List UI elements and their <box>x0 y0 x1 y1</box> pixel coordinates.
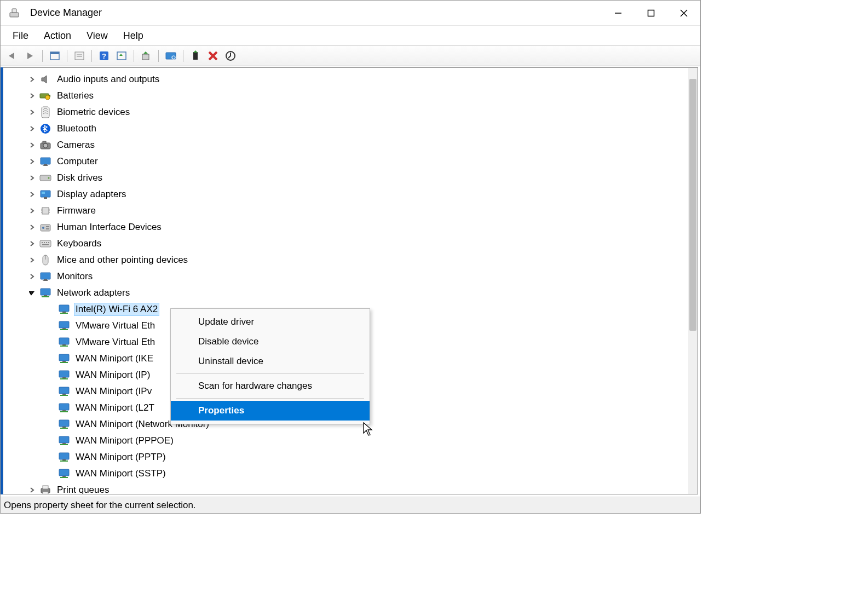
tree-item-label: Biometric devices <box>56 106 131 118</box>
tree-category[interactable]: Disk drives <box>3 170 698 186</box>
enable-button[interactable] <box>188 48 203 64</box>
show-hidden-button[interactable] <box>47 48 62 64</box>
display-icon <box>39 188 51 200</box>
tree-category[interactable]: Human Interface Devices <box>3 219 698 235</box>
chevron-right-icon[interactable] <box>27 75 36 84</box>
svg-rect-75 <box>62 377 66 378</box>
svg-rect-49 <box>42 242 43 243</box>
tree-category[interactable]: Computer <box>3 153 698 170</box>
context-menu-item[interactable]: Update driver <box>171 312 370 332</box>
scrollbar-vertical[interactable] <box>688 68 698 494</box>
tree-category[interactable]: Monitors <box>3 268 698 285</box>
properties-button[interactable] <box>114 48 129 64</box>
toolbar: ? <box>1 45 700 66</box>
context-menu-item[interactable]: Properties <box>171 401 370 421</box>
chevron-right-icon[interactable] <box>27 223 36 232</box>
tree-category[interactable]: Display adapters <box>3 186 698 203</box>
chevron-right-icon[interactable] <box>27 272 36 281</box>
tree-category[interactable]: Network adapters <box>3 285 698 301</box>
menu-view[interactable]: View <box>79 27 116 45</box>
tree-device[interactable]: WAN Miniport (PPTP) <box>3 449 698 465</box>
tree-category[interactable]: Print queues <box>3 482 698 494</box>
svg-rect-28 <box>43 141 46 143</box>
tree-category[interactable]: Keyboards <box>3 235 698 252</box>
minimize-button[interactable] <box>602 1 635 26</box>
back-button[interactable] <box>5 48 20 64</box>
window-buttons <box>602 1 700 26</box>
battery-icon <box>39 90 51 102</box>
chevron-right-icon[interactable] <box>27 157 36 166</box>
context-menu-item[interactable]: Scan for hardware changes <box>171 376 370 396</box>
tree-item-label: Mice and other pointing devices <box>56 254 189 266</box>
device-tree[interactable]: Audio inputs and outputsBatteriesBiometr… <box>3 68 698 494</box>
close-button[interactable] <box>667 1 700 26</box>
maximize-button[interactable] <box>635 1 667 26</box>
svg-rect-8 <box>75 52 84 60</box>
chevron-right-icon[interactable] <box>27 239 36 248</box>
chevron-right-icon[interactable] <box>27 108 36 117</box>
update-driver-button[interactable] <box>139 48 154 64</box>
toolbar-separator <box>67 50 67 62</box>
tree-device[interactable]: WAN Miniport (SSTP) <box>3 465 698 482</box>
forward-button[interactable] <box>22 48 38 64</box>
bluetooth-icon <box>39 123 51 135</box>
tree-device[interactable]: WAN Miniport (PPPOE) <box>3 433 698 449</box>
chip-icon <box>39 205 51 217</box>
titlebar: Device Manager <box>1 1 700 26</box>
svg-rect-1 <box>12 9 16 13</box>
context-menu-separator <box>176 398 364 399</box>
chevron-right-icon[interactable] <box>27 486 36 494</box>
scrollbar-thumb[interactable] <box>689 79 696 331</box>
svg-rect-87 <box>62 443 66 444</box>
hid-icon <box>39 221 51 233</box>
chevron-right-icon[interactable] <box>27 124 36 133</box>
tree-item-label: Print queues <box>56 484 110 494</box>
tree-item-label: Display adapters <box>56 188 128 200</box>
menu-action[interactable]: Action <box>36 27 79 45</box>
svg-text:?: ? <box>102 52 106 60</box>
network-icon <box>58 320 70 332</box>
network-icon <box>39 287 51 299</box>
help-button[interactable]: ? <box>96 48 112 64</box>
chevron-right-icon[interactable] <box>27 206 36 215</box>
context-menu-item[interactable]: Uninstall device <box>171 352 370 371</box>
tree-category[interactable]: Biometric devices <box>3 104 698 120</box>
tree-item-label: Intel(R) Wi-Fi 6 AX2 <box>74 303 159 315</box>
statusbar: Opens property sheet for the current sel… <box>1 497 700 513</box>
chevron-right-icon[interactable] <box>27 174 36 182</box>
svg-rect-67 <box>60 329 68 330</box>
tree-category[interactable]: Bluetooth <box>3 120 698 137</box>
speaker-icon <box>39 73 51 85</box>
chevron-right-icon[interactable] <box>27 141 36 149</box>
tree-item-label: Firmware <box>56 205 97 217</box>
menu-file[interactable]: File <box>5 27 36 45</box>
context-menu-item[interactable]: Disable device <box>171 332 370 352</box>
toolbar-separator <box>183 50 183 62</box>
properties-sheet-button[interactable] <box>72 48 87 64</box>
chevron-right-icon[interactable] <box>27 91 36 100</box>
uninstall-button[interactable] <box>205 48 221 64</box>
tree-category[interactable]: Batteries <box>3 88 698 104</box>
svg-rect-91 <box>60 460 68 462</box>
toolbar-separator <box>134 50 134 62</box>
chevron-down-icon[interactable] <box>27 289 36 297</box>
tree-category[interactable]: Cameras <box>3 137 698 153</box>
disable-button[interactable] <box>223 48 238 64</box>
svg-rect-79 <box>60 395 68 396</box>
tree-category[interactable]: Firmware <box>3 203 698 219</box>
tree-category[interactable]: Audio inputs and outputs <box>3 71 698 88</box>
svg-rect-81 <box>62 410 66 411</box>
chevron-right-icon[interactable] <box>27 190 36 199</box>
tree-item-label: Cameras <box>56 139 96 151</box>
tree-item-label: Audio inputs and outputs <box>56 73 160 85</box>
network-icon <box>58 451 70 463</box>
tree-item-label: Human Interface Devices <box>56 221 163 233</box>
svg-rect-69 <box>62 344 66 346</box>
network-icon <box>58 468 70 480</box>
chevron-right-icon[interactable] <box>27 256 36 264</box>
tree-item-label: VMware Virtual Eth <box>74 336 156 348</box>
scan-button[interactable] <box>163 48 178 64</box>
tree-category[interactable]: Mice and other pointing devices <box>3 252 698 268</box>
menu-help[interactable]: Help <box>116 27 151 45</box>
svg-rect-65 <box>59 321 69 328</box>
